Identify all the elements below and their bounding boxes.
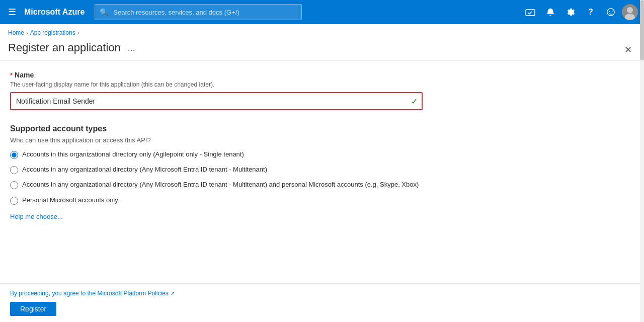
radio-option-1[interactable]: Accounts in this organizational director… [10,150,423,159]
svg-point-6 [625,14,635,20]
name-label-text: Name [15,71,34,79]
page-header: Register an application ... ✕ [0,39,644,61]
help-icon[interactable]: ? [582,3,600,21]
radio-group: Accounts in this organizational director… [10,150,423,205]
help-me-choose-link[interactable]: Help me choose... [10,213,63,220]
radio-option-4[interactable]: Personal Microsoft accounts only [10,196,423,205]
page-title: Register an application [8,41,121,54]
radio-label-1: Accounts in this organizational director… [22,150,244,159]
feedback-icon[interactable] [602,3,620,21]
user-avatar[interactable] [622,4,638,20]
radio-label-4: Personal Microsoft accounts only [22,196,118,205]
policy-text: By proceeding, you agree to the Microsof… [10,290,634,297]
topbar: ☰ Microsoft Azure 🔍 ? [0,0,644,24]
search-container: 🔍 [95,4,302,20]
search-input[interactable] [95,4,302,20]
policy-link[interactable]: Microsoft Platform Policies [97,290,168,297]
scrollbar-track [640,0,644,322]
account-types-title: Supported account types [10,124,423,133]
input-valid-icon: ✓ [411,97,418,106]
breadcrumb-app-registrations[interactable]: App registrations [30,29,75,36]
radio-option-3[interactable]: Accounts in any organizational directory… [10,180,423,189]
external-link-icon: ↗ [170,290,175,296]
breadcrumb-sep-2: › [77,30,79,36]
hamburger-menu-icon[interactable]: ☰ [6,5,18,20]
radio-label-2: Accounts in any organizational directory… [22,165,267,174]
radio-input-2[interactable] [10,166,18,174]
search-icon: 🔍 [100,8,108,16]
radio-label-3: Accounts in any organizational directory… [22,180,419,189]
footer: By proceeding, you agree to the Microsof… [0,283,644,322]
radio-option-2[interactable]: Accounts in any organizational directory… [10,165,423,174]
cloud-shell-icon[interactable] [521,3,539,21]
name-input[interactable] [10,92,423,110]
radio-input-4[interactable] [10,197,18,205]
radio-input-1[interactable] [10,151,18,159]
page-wrapper: ☰ Microsoft Azure 🔍 ? [0,0,644,322]
breadcrumb-home[interactable]: Home [8,29,24,36]
main-content: * Name The user-facing display name for … [0,61,433,314]
topbar-icons: ? [521,3,638,21]
policy-prefix: By proceeding, you agree to the [10,290,97,297]
notifications-icon[interactable] [541,3,559,21]
svg-point-2 [607,9,614,16]
account-types-section: Supported account types Who can use this… [10,124,423,220]
name-description: The user-facing display name for this ap… [10,81,423,88]
register-button[interactable]: Register [10,302,56,316]
radio-input-3[interactable] [10,181,18,189]
settings-icon[interactable] [561,3,580,21]
required-star: * [10,71,13,79]
breadcrumb: Home › App registrations › [0,24,644,39]
svg-point-3 [609,11,610,12]
name-section: * Name The user-facing display name for … [10,71,423,110]
name-label: * Name [10,71,423,79]
breadcrumb-sep-1: › [26,30,28,36]
more-options-button[interactable]: ... [125,42,138,54]
brand-name: Microsoft Azure [24,8,85,17]
scrollbar-thumb[interactable] [640,0,644,60]
name-input-wrapper: ✓ [10,92,423,110]
account-types-subtitle: Who can use this application or access t… [10,136,423,144]
svg-point-4 [612,11,613,12]
svg-point-5 [627,7,633,13]
close-button[interactable]: ✕ [620,42,636,58]
